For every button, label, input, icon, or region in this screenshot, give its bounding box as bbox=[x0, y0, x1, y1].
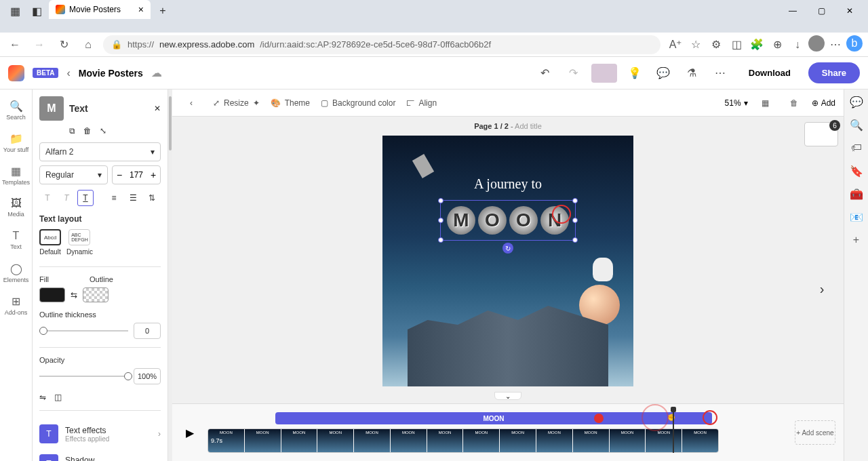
layout-dynamic[interactable]: ABCDEFGH Dynamic bbox=[66, 229, 93, 256]
extensions-icon[interactable]: 🧩 bbox=[747, 35, 766, 54]
opacity-slider[interactable] bbox=[39, 376, 128, 377]
fill-color-swatch[interactable] bbox=[39, 287, 65, 302]
zoom-dropdown[interactable]: 51%▾ bbox=[725, 98, 748, 108]
frame-thumb[interactable] bbox=[245, 429, 281, 452]
crop-icon[interactable]: ◫ bbox=[54, 393, 62, 402]
address-bar[interactable]: 🔒 https://new.express.adobe.com/id/urn:a… bbox=[103, 35, 660, 54]
downloads-icon[interactable]: ↓ bbox=[788, 35, 807, 54]
rotate-handle[interactable]: ↻ bbox=[502, 243, 513, 254]
minimize-button[interactable]: ― bbox=[783, 3, 803, 19]
align-button[interactable]: ≡ bbox=[106, 190, 122, 206]
bold-button[interactable]: T bbox=[39, 190, 56, 206]
subtitle-text[interactable]: A journey to bbox=[382, 176, 633, 192]
selection-handle[interactable] bbox=[572, 198, 578, 203]
text-effects-item[interactable]: T Text effects Effects applied › bbox=[39, 419, 161, 449]
back-chevron-icon[interactable]: ‹ bbox=[66, 67, 70, 79]
ungroup-icon[interactable]: ⤡ bbox=[100, 126, 106, 136]
refresh-button[interactable]: ↻ bbox=[54, 35, 73, 54]
favorite-icon[interactable]: ☆ bbox=[686, 35, 705, 54]
share-button[interactable]: Share bbox=[808, 62, 860, 83]
theme-button[interactable]: 🎨Theme bbox=[271, 98, 310, 108]
delete-icon[interactable]: 🗑 bbox=[83, 126, 92, 136]
align-button[interactable]: ⫍Align bbox=[406, 98, 437, 108]
timeline-clip[interactable]: MOON ✊ bbox=[275, 412, 712, 424]
font-size-input[interactable] bbox=[126, 170, 146, 180]
back-button[interactable]: ← bbox=[5, 35, 24, 54]
font-weight-select[interactable]: Regular ▾ bbox=[39, 165, 108, 184]
document-title[interactable]: Movie Posters bbox=[79, 68, 143, 79]
profile-avatar[interactable] bbox=[808, 35, 825, 52]
frame-thumb[interactable] bbox=[573, 429, 609, 452]
collections-icon[interactable]: ⊕ bbox=[768, 35, 787, 54]
read-aloud-icon[interactable]: A⁺ bbox=[666, 35, 685, 54]
selection-handle[interactable] bbox=[572, 218, 578, 223]
redo-button[interactable]: ↷ bbox=[563, 62, 585, 84]
frame-thumb[interactable] bbox=[354, 429, 390, 452]
grid-view-icon[interactable]: ▦ bbox=[755, 92, 776, 114]
timeline-track[interactable]: MOON ✊ 9.7s bbox=[208, 412, 787, 453]
presence-avatar[interactable] bbox=[591, 64, 617, 83]
toggle-panel-icon[interactable]: ‹ bbox=[180, 92, 202, 114]
font-family-select[interactable]: Alfarn 2 ▾ bbox=[39, 142, 161, 161]
forward-button[interactable]: → bbox=[30, 35, 49, 54]
copilot-icon[interactable]: b bbox=[846, 35, 863, 52]
underline-button[interactable]: T bbox=[77, 190, 94, 206]
close-tab-icon[interactable]: × bbox=[138, 4, 144, 15]
opacity-value[interactable]: 100% bbox=[134, 368, 161, 384]
selection-handle[interactable] bbox=[438, 237, 443, 243]
collapse-timeline-button[interactable]: ⌄ bbox=[494, 392, 521, 400]
close-panel-icon[interactable]: ✕ bbox=[154, 104, 161, 113]
home-button[interactable]: ⌂ bbox=[79, 35, 98, 54]
rail-search[interactable]: 🔍Search bbox=[1, 95, 31, 125]
rail-your-stuff[interactable]: 📁Your stuff bbox=[1, 127, 31, 157]
satellite-graphic[interactable] bbox=[412, 154, 434, 178]
frame-thumb[interactable] bbox=[646, 429, 682, 452]
shadow-item[interactable]: T Shadow Classic › bbox=[39, 449, 161, 461]
italic-button[interactable]: T bbox=[58, 190, 75, 206]
selection-handle[interactable] bbox=[438, 198, 443, 203]
tools-icon[interactable]: 🧰 bbox=[850, 187, 863, 201]
add-scene-button[interactable]: + Add scene bbox=[795, 420, 835, 445]
play-button[interactable]: ▶ bbox=[180, 423, 199, 442]
comment-icon[interactable]: 💬 bbox=[652, 62, 674, 84]
list-button[interactable]: ☰ bbox=[125, 190, 141, 206]
timeline-frames[interactable]: 9.7s bbox=[208, 428, 719, 453]
lightbulb-icon[interactable]: 💡 bbox=[624, 62, 646, 84]
selection-handle[interactable] bbox=[572, 237, 578, 243]
menu-icon[interactable]: ⋯ bbox=[826, 35, 845, 54]
more-icon[interactable]: ⋯ bbox=[709, 62, 731, 84]
new-tab-button[interactable]: + bbox=[153, 3, 172, 19]
duplicate-icon[interactable]: ⧉ bbox=[69, 126, 75, 136]
font-size-stepper[interactable]: − + bbox=[112, 165, 161, 184]
flip-horizontal-icon[interactable]: ⇋ bbox=[39, 393, 46, 402]
bookmark-icon[interactable]: 🔖 bbox=[850, 164, 863, 178]
frame-thumb[interactable] bbox=[317, 429, 353, 452]
frame-thumb[interactable] bbox=[682, 429, 718, 452]
frame-thumb[interactable] bbox=[500, 429, 536, 452]
frame-thumb[interactable] bbox=[427, 429, 463, 452]
shopping-icon[interactable]: 🏷 bbox=[850, 141, 863, 155]
next-page-button[interactable]: › bbox=[811, 278, 833, 300]
swap-colors-icon[interactable]: ⇆ bbox=[71, 290, 77, 300]
delete-page-icon[interactable]: 🗑 bbox=[783, 92, 805, 114]
maximize-button[interactable]: ▢ bbox=[811, 3, 831, 19]
rail-media[interactable]: 🖼Media bbox=[1, 193, 31, 222]
add-title-link[interactable]: Add title bbox=[515, 122, 542, 130]
outline-color-swatch[interactable] bbox=[83, 287, 108, 302]
thickness-value[interactable]: 0 bbox=[134, 323, 161, 339]
rail-elements[interactable]: ◯Elements bbox=[1, 258, 31, 287]
beaker-icon[interactable]: ⚗ bbox=[681, 62, 703, 84]
layout-default[interactable]: Abcd Default bbox=[39, 229, 61, 256]
increase-button[interactable]: + bbox=[146, 166, 160, 184]
tab-actions-icon[interactable]: ▦ bbox=[5, 3, 24, 19]
download-button[interactable]: Download bbox=[738, 62, 802, 83]
playhead[interactable] bbox=[673, 408, 674, 453]
frame-thumb[interactable] bbox=[463, 429, 499, 452]
browser-tab[interactable]: Movie Posters × bbox=[49, 0, 151, 19]
adobe-logo[interactable] bbox=[8, 65, 24, 81]
outlook-icon[interactable]: 📧 bbox=[850, 210, 863, 224]
frame-thumb[interactable] bbox=[536, 429, 572, 452]
undo-button[interactable]: ↶ bbox=[534, 62, 556, 84]
close-window-button[interactable]: ✕ bbox=[840, 3, 860, 19]
split-icon[interactable]: ◫ bbox=[727, 35, 746, 54]
